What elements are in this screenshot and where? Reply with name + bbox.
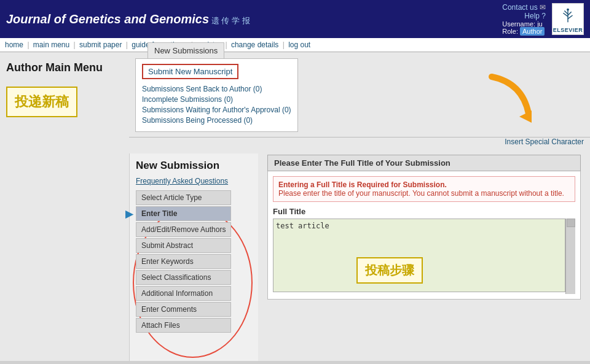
role-label: Role: [502,28,518,35]
header-links: Contact us ✉ Help ? Username: ju Role: A… [502,3,546,35]
new-submissions-tab: New Submissions [148,42,224,58]
logo-area: Journal of Genetics and Genomics 遗 传 学 报 [6,12,250,26]
faq-link[interactable]: Frequently Asked Questions [136,177,252,185]
steps-container: Select Article Type ▶ Enter Title Add/Ed… [136,190,231,333]
nav-submit-paper[interactable]: submit paper [79,41,122,49]
elsevier-logo: ELSEVIER [552,3,584,35]
nav-log-out[interactable]: log out [288,41,310,49]
step-add-edit-authors[interactable]: Add/Edit/Remove Authors [136,222,231,237]
textarea-scrollbar[interactable] [565,219,575,294]
chinese-steps-box: 投稿步骤 [356,257,423,284]
step-select-classifications[interactable]: Select Classifications [136,270,231,285]
contact-us-link[interactable]: Contact us [502,3,537,12]
submissions-sent-back[interactable]: Submissions Sent Back to Author (0) [142,85,291,93]
header-right: Contact us ✉ Help ? Username: ju Role: A… [502,3,584,35]
page-header: Journal of Genetics and Genomics 遗 传 学 报… [0,0,590,38]
help-link[interactable]: Help ? [524,12,546,20]
elsevier-label: ELSEVIER [553,27,583,33]
incomplete-submissions[interactable]: Incomplete Submissions (0) [142,95,291,104]
form-panel: New Submission Frequently Asked Question… [129,153,258,361]
submissions-being-processed[interactable]: Submissions Being Processed (0) [142,116,291,125]
nav-main-menu[interactable]: main menu [33,41,69,49]
submissions-list: Submit New Manuscript Submissions Sent B… [135,58,298,132]
chinese-label: 投递新稿 [6,87,77,117]
step-arrow: ▶ [125,208,133,220]
title-box-header: Please Enter The Full Title of Your Subm… [267,155,581,171]
svg-point-6 [567,9,569,11]
nav-change-details[interactable]: change details [231,41,278,49]
step-additional-information[interactable]: Additional Information [136,286,231,301]
steps-list: Select Article Type ▶ Enter Title Add/Ed… [136,190,231,333]
full-title-wrapper [273,219,575,294]
journal-title: Journal of Genetics and Genomics [6,12,209,26]
nav-home[interactable]: home [5,41,23,49]
sidebar: Author Main Menu 投递新稿 [0,52,129,361]
step-attach-files[interactable]: Attach Files [136,318,231,333]
step-enter-keywords[interactable]: Enter Keywords [136,254,231,269]
main-content: Author Main Menu 投递新稿 New Submissions Su… [0,52,590,361]
role-value: Author [520,27,545,36]
navbar: home | main menu | submit paper | guide … [0,38,590,52]
error-message: Entering a Full Title is Required for Su… [273,176,575,202]
step-submit-abstract[interactable]: Submit Abstract [136,238,231,253]
step-select-article-type[interactable]: Select Article Type [136,190,231,205]
full-title-label: Full Title [273,207,575,216]
submit-new-manuscript-link[interactable]: Submit New Manuscript [142,64,238,79]
right-panel: Insert Special Character Please Enter Th… [258,137,590,361]
user-info: Username: ju Role: Author [502,20,546,35]
submissions-waiting-approval[interactable]: Submissions Waiting for Author's Approva… [142,106,291,114]
step-enter-comments[interactable]: Enter Comments [136,302,231,317]
journal-chinese: 遗 传 学 报 [211,16,250,25]
form-title: New Submission [136,160,252,172]
sidebar-title: Author Main Menu [6,61,123,74]
insert-special-char-link[interactable]: Insert Special Character [505,137,584,146]
step-enter-title[interactable]: ▶ Enter Title [136,206,231,221]
